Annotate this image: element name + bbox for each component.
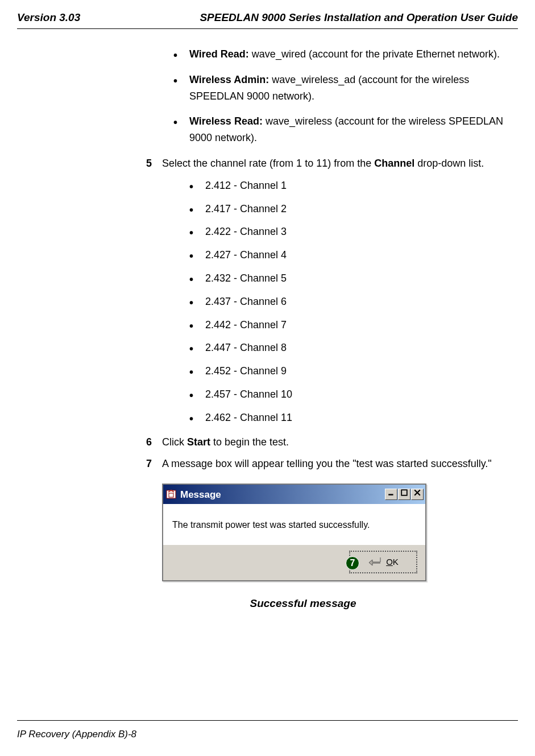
step-bold: Start [187, 436, 210, 448]
return-arrow-icon [368, 556, 381, 568]
page-content: Wired Read: wave_wired (account for the … [17, 46, 518, 612]
callout-badge: 7 [346, 556, 359, 570]
step-body: Click Start to begin the test. [162, 434, 518, 451]
bullet-label: Wireless Read: [189, 115, 263, 127]
channel-list: 2.412 - Channel 1 2.417 - Channel 2 2.42… [139, 177, 518, 426]
step-text: drop-down list. [414, 158, 484, 169]
window-controls [385, 489, 424, 500]
app-icon [165, 489, 177, 500]
list-item: 2.422 - Channel 3 [189, 224, 518, 240]
step-body: Select the channel rate (from 1 to 11) f… [162, 155, 518, 172]
list-item: 2.452 - Channel 9 [189, 363, 518, 379]
svg-rect-3 [401, 490, 407, 495]
step-text: to begin the test. [210, 436, 289, 448]
bullet-text: wave_wired (account for the private Ethe… [249, 48, 500, 60]
page-footer: IP Recovery (Appendix B)-8 [17, 720, 518, 740]
dialog-figure: Message The transmit power test was star… [162, 484, 518, 581]
list-item: Wireless Read: wave_wireless (account fo… [173, 113, 518, 146]
dialog-message: The transmit power test was started succ… [163, 504, 425, 545]
message-dialog: Message The transmit power test was star… [162, 484, 426, 581]
dialog-titlebar: Message [163, 485, 425, 504]
step-text: Click [162, 436, 187, 448]
step-7: 7 A message box will appear telling you … [139, 456, 518, 472]
document-title: SPEEDLAN 9000 Series Installation and Op… [200, 11, 518, 24]
step-number: 5 [139, 155, 162, 172]
svg-rect-2 [388, 494, 393, 495]
list-item: 2.412 - Channel 1 [189, 177, 518, 194]
close-button[interactable] [411, 489, 424, 500]
dialog-footer: 7 OK [163, 545, 425, 580]
account-bullet-list: Wired Read: wave_wired (account for the … [139, 46, 518, 146]
list-item: 2.427 - Channel 4 [189, 247, 518, 263]
step-6: 6 Click Start to begin the test. [139, 434, 518, 451]
maximize-button[interactable] [398, 489, 410, 500]
list-item: 2.447 - Channel 8 [189, 340, 518, 356]
list-item: 2.417 - Channel 2 [189, 201, 518, 217]
svg-rect-1 [169, 493, 173, 497]
step-text: Select the channel rate (from 1 to 11) f… [162, 158, 374, 169]
ok-button[interactable]: 7 OK [349, 551, 417, 573]
step-body: A message box will appear telling you th… [162, 456, 518, 472]
list-item: 2.437 - Channel 6 [189, 294, 518, 310]
list-item: 2.442 - Channel 7 [189, 317, 518, 333]
list-item: 2.432 - Channel 5 [189, 270, 518, 287]
page-header: Version 3.03 SPEEDLAN 9000 Series Instal… [17, 11, 518, 29]
step-bold: Channel [374, 158, 414, 169]
titlebar-left: Message [165, 487, 221, 502]
dialog-title: Message [180, 487, 221, 502]
bullet-label: Wired Read: [189, 48, 249, 60]
list-item: 2.457 - Channel 10 [189, 386, 518, 403]
minimize-button[interactable] [385, 489, 397, 500]
ok-label: OK [386, 555, 399, 569]
list-item: Wireless Admin: wave_wireless_ad (accoun… [173, 72, 518, 105]
list-item: 2.462 - Channel 11 [189, 410, 518, 426]
version-label: Version 3.03 [17, 11, 80, 24]
step-5: 5 Select the channel rate (from 1 to 11)… [139, 155, 518, 172]
step-number: 6 [139, 434, 162, 451]
figure-caption: Successful message [139, 595, 518, 612]
step-number: 7 [139, 456, 162, 472]
bullet-label: Wireless Admin: [189, 74, 269, 85]
list-item: Wired Read: wave_wired (account for the … [173, 46, 518, 63]
